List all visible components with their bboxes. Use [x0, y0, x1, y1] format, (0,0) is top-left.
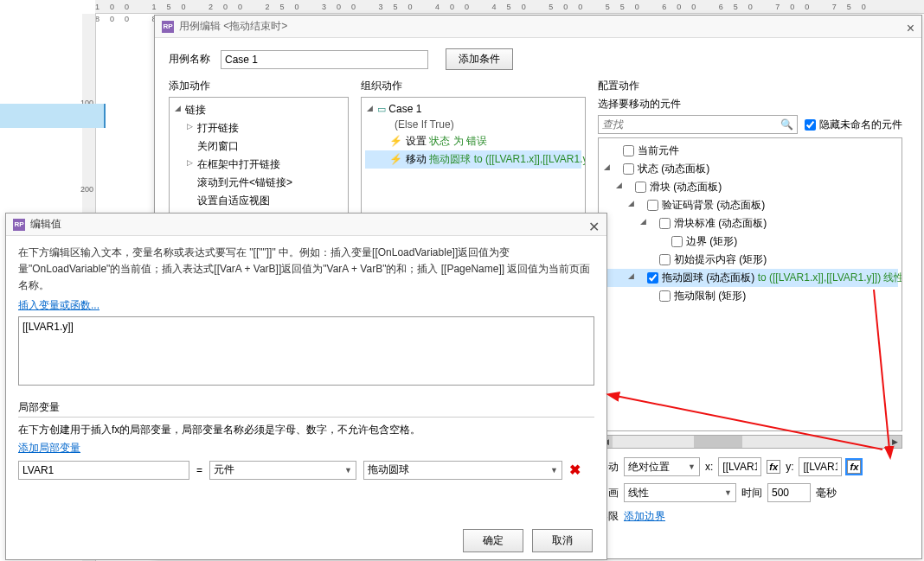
app-icon: RP	[13, 219, 25, 231]
tree-chk[interactable]	[671, 236, 683, 247]
dialog-titlebar: RP 编辑值 ✕	[6, 214, 606, 236]
tree-chk[interactable]	[659, 254, 671, 265]
equals-label: =	[196, 464, 202, 476]
delete-local-var-icon[interactable]: ✖	[569, 462, 581, 478]
dialog-title: 用例编辑 <拖动结束时>	[179, 19, 287, 34]
ruler-horizontal	[95, 0, 924, 14]
tree-current[interactable]: 当前元件	[602, 142, 898, 160]
config-panel: 选择要移动的元件 🔍 隐藏未命名的元件 当前元件 ◢状态 (动态面板) ◢滑块 …	[598, 97, 902, 524]
tree-drag-limit[interactable]: 拖动限制 (矩形)	[602, 287, 898, 305]
tree-drag-ball[interactable]: ◢拖动圆球 (动态面板) to ([[LVAR1.x]],[[LVAR1.y]]…	[602, 269, 898, 287]
tree-chk[interactable]	[623, 145, 634, 156]
scroll-thumb[interactable]	[694, 436, 742, 448]
tree-chk[interactable]	[647, 200, 658, 211]
tree-chk[interactable]	[647, 272, 658, 284]
dialog-titlebar: RP 用例编辑 <拖动结束时> ×	[155, 16, 921, 38]
hide-unnamed-label[interactable]: 隐藏未命名的元件	[805, 118, 902, 132]
edit-value-dialog: RP 编辑值 ✕ 在下方编辑区输入文本，变量名称或表达式要写在 "[[""]]"…	[5, 213, 607, 560]
time-label: 时间	[741, 486, 762, 500]
close-icon[interactable]: ✕	[588, 219, 600, 235]
config-action-header: 配置动作	[598, 79, 902, 93]
local-var-name-input[interactable]	[18, 461, 189, 480]
tree-chk[interactable]	[659, 290, 671, 302]
add-condition-button[interactable]: 添加条件	[446, 48, 513, 70]
org-action-header: 组织动作	[361, 79, 586, 93]
local-var-target-select[interactable]: 拖动圆球▼	[363, 461, 562, 480]
tree-bg[interactable]: ◢验证码背景 (动态面板)	[602, 196, 898, 214]
case-name-input[interactable]	[221, 50, 428, 69]
action-group-link[interactable]: ◢链接	[173, 101, 344, 119]
insert-var-link[interactable]: 插入变量或函数...	[18, 299, 99, 311]
widget-tree: 当前元件 ◢状态 (动态面板) ◢滑块 (动态面板) ◢验证码背景 (动态面板)…	[598, 137, 902, 431]
fx-y-button[interactable]: fx	[847, 460, 861, 474]
tree-state[interactable]: ◢状态 (动态面板)	[602, 160, 898, 178]
local-var-header: 局部变量	[18, 400, 594, 415]
y-input[interactable]	[799, 457, 842, 476]
ms-label: 毫秒	[816, 486, 837, 500]
org-case[interactable]: ◢▭ Case 1	[365, 101, 581, 117]
widget-search-input[interactable]	[599, 118, 777, 131]
org-action-panel: ◢▭ Case 1 (Else If True) ⚡设置 状态 为 错误 ⚡移动…	[361, 97, 586, 225]
select-widget-label: 选择要移动的元件	[598, 97, 902, 112]
tree-slider-std[interactable]: ◢滑块标准 (动态面板)	[602, 214, 898, 233]
y-label: y:	[786, 461, 793, 473]
add-action-header: 添加动作	[169, 79, 349, 93]
tree-chk[interactable]	[635, 182, 646, 193]
local-var-help: 在下方创建用于插入fx的局部变量，局部变量名称必须是字母、数字，不允许包含空格。	[18, 423, 594, 437]
search-icon: 🔍	[777, 118, 797, 131]
fx-x-button[interactable]: fx	[767, 460, 780, 474]
cancel-button[interactable]: 取消	[532, 529, 593, 552]
case-name-label: 用例名称	[169, 52, 221, 67]
tree-border[interactable]: 边界 (矩形)	[602, 233, 898, 251]
app-icon: RP	[162, 21, 174, 33]
org-condition: (Else If True)	[365, 117, 581, 132]
ok-button[interactable]: 确定	[463, 529, 523, 552]
dialog-title: 编辑值	[30, 217, 61, 232]
x-input[interactable]	[718, 457, 761, 476]
x-label: x:	[705, 461, 713, 473]
hide-unnamed-checkbox[interactable]	[805, 119, 816, 131]
action-open-in-frame[interactable]: ▷在框架中打开链接	[173, 156, 344, 174]
tree-chk[interactable]	[659, 218, 671, 229]
org-action-set[interactable]: ⚡设置 状态 为 错误	[365, 132, 581, 150]
add-boundary-link[interactable]: 添加边界	[624, 509, 665, 524]
add-action-panel: ◢链接 ▷打开链接 关闭窗口 ▷在框架中打开链接 滚动到元件<锚链接> 设置自适…	[169, 97, 349, 225]
action-set-adaptive[interactable]: 设置自适应视图	[173, 192, 344, 210]
time-input[interactable]	[767, 483, 811, 502]
widget-tree-hscroll[interactable]: ◀ ▶	[598, 435, 902, 449]
action-open-link[interactable]: ▷打开链接	[173, 119, 344, 137]
tree-chk[interactable]	[623, 163, 634, 175]
local-var-type-select[interactable]: 元件▼	[209, 461, 356, 480]
action-close-window[interactable]: 关闭窗口	[173, 137, 344, 156]
expression-textarea[interactable]: [[LVAR1.y]]	[18, 316, 594, 386]
tree-slider[interactable]: ◢滑块 (动态面板)	[602, 178, 898, 196]
canvas-shape	[0, 104, 106, 128]
move-type-select[interactable]: 绝对位置▼	[624, 457, 700, 476]
widget-search[interactable]: 🔍	[598, 115, 798, 134]
action-scroll-to[interactable]: 滚动到元件<锚链接>	[173, 174, 344, 192]
scroll-right-icon[interactable]: ▶	[888, 436, 902, 448]
close-icon[interactable]: ×	[907, 21, 914, 36]
edit-value-help: 在下方编辑区输入文本，变量名称或表达式要写在 "[[""]]" 中。例如：插入变…	[18, 245, 594, 295]
org-action-move[interactable]: ⚡移动 拖动圆球 to ([[LVAR1.x]],[[LVAR1.y]]) 线性…	[365, 150, 581, 169]
tree-init-hint[interactable]: 初始提示内容 (矩形)	[602, 251, 898, 269]
ruler-tick: 200	[80, 185, 93, 194]
add-local-var-link[interactable]: 添加局部变量	[18, 442, 80, 454]
anim-type-select[interactable]: 线性▼	[624, 483, 736, 502]
